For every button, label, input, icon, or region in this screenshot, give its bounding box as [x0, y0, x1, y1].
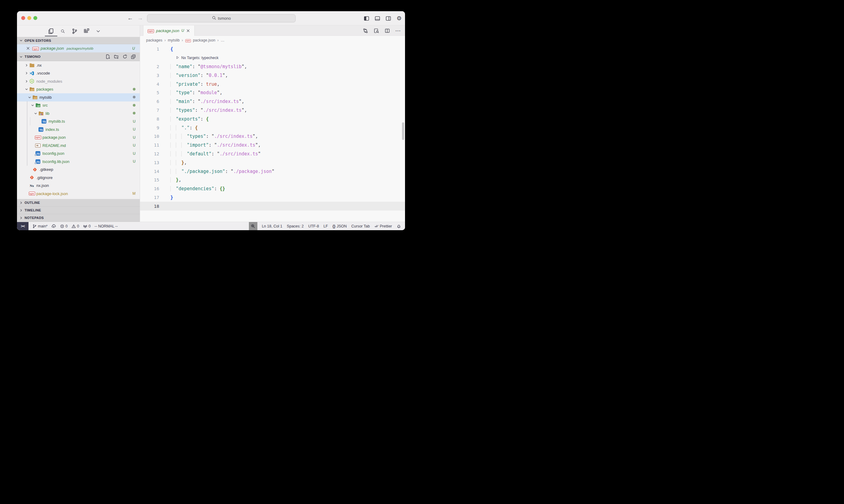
zoom-window-button[interactable]: [33, 16, 37, 20]
sidebar-section-outline[interactable]: OUTLINE: [17, 199, 140, 206]
code-line-2[interactable]: 2 "name": "@tsmono/mytslib",: [140, 62, 405, 71]
status-formatter[interactable]: Prettier: [374, 224, 392, 228]
command-center-search[interactable]: tsmono: [147, 14, 296, 22]
files-icon[interactable]: [48, 28, 54, 34]
refresh-icon[interactable]: [122, 54, 127, 59]
codelens-nx-targets[interactable]: Nx Targets: typecheck: [140, 54, 405, 62]
layout-panel-icon[interactable]: [374, 15, 380, 21]
code-line-9[interactable]: 9 ".": {: [140, 123, 405, 132]
code-line-17[interactable]: 17}: [140, 193, 405, 202]
tree-item-mytslib.ts[interactable]: TSmytslib.tsU: [17, 118, 140, 126]
status-language-mode[interactable]: {}JSON: [332, 224, 347, 228]
tree-item-node_modules[interactable]: JSnode_modules: [17, 77, 140, 85]
minimize-window-button[interactable]: [27, 16, 31, 20]
tree-item-.gitignore[interactable]: .gitignore: [17, 174, 140, 182]
split-editor-icon[interactable]: [385, 28, 390, 33]
source-control-icon[interactable]: [71, 28, 77, 34]
extensions-icon[interactable]: [83, 28, 89, 34]
npm-icon: npm: [186, 38, 191, 42]
play-outline-icon: [176, 56, 179, 60]
layout-sidebar-right-icon[interactable]: [385, 15, 391, 21]
status-vim-mode[interactable]: -- NORMAL --: [94, 224, 118, 228]
tree-item-tsconfig.lib.json[interactable]: TStsconfig.lib.jsonU: [17, 158, 140, 166]
settings-gear-icon[interactable]: ⚙: [396, 15, 402, 21]
tree-item-README.md[interactable]: M↓README.mdU: [17, 141, 140, 150]
code-line-15[interactable]: 15 },: [140, 176, 405, 184]
preview-search-icon[interactable]: [374, 28, 379, 33]
sidebar-section-notepads[interactable]: NOTEPADS: [17, 214, 140, 222]
nx-icon: Nx: [29, 184, 35, 187]
collapse-all-icon[interactable]: [131, 54, 136, 59]
code-line-3[interactable]: 3 "version": "0.0.1",: [140, 71, 405, 80]
code-editor[interactable]: 1{Nx Targets: typecheck2 "name": "@tsmon…: [140, 45, 405, 222]
code-line-14[interactable]: 14 "./package.json": "./package.json": [140, 167, 405, 176]
tree-item-tsconfig.json[interactable]: TStsconfig.jsonU: [17, 150, 140, 158]
open-editors-header[interactable]: OPEN EDITORS: [17, 37, 140, 44]
tree-item-src[interactable]: </>src: [17, 102, 140, 110]
code-line-6[interactable]: 6 "main": "./src/index.ts",: [140, 97, 405, 106]
tree-item-package.json[interactable]: npmpackage.jsonU: [17, 133, 140, 142]
git-status-badge: U: [133, 151, 140, 156]
tree-item-nx.json[interactable]: Nxnx.json: [17, 182, 140, 190]
close-icon[interactable]: [26, 46, 30, 50]
tree-item-mytslib[interactable]: mytslib: [17, 93, 140, 102]
code-line-10[interactable]: 10 "types": "./src/index.ts",: [140, 132, 405, 141]
layout-sidebar-left-icon[interactable]: [363, 15, 369, 21]
new-file-icon[interactable]: [105, 54, 110, 59]
breadcrumb-item[interactable]: npmpackage.json: [185, 38, 215, 43]
status-eol[interactable]: LF: [324, 224, 328, 228]
status-errors[interactable]: 0: [60, 224, 68, 228]
breadcrumb-item[interactable]: mytslib: [168, 38, 180, 42]
line-number: 13: [140, 160, 162, 165]
tree-item-.gitkeep[interactable]: .gitkeep: [17, 166, 140, 174]
editor-scrollbar[interactable]: [402, 122, 404, 140]
forward-arrow-icon[interactable]: →: [137, 14, 143, 22]
code-line-18[interactable]: 18: [140, 202, 405, 211]
tree-item-package-lock.json[interactable]: npmpackage-lock.jsonM: [17, 190, 140, 198]
close-window-button[interactable]: [21, 16, 25, 20]
back-arrow-icon[interactable]: ←: [127, 14, 133, 22]
chevron-right-icon: [19, 201, 23, 204]
code-line-4[interactable]: 4 "private": true,: [140, 80, 405, 88]
explorer-section-header[interactable]: TSMONO: [17, 52, 140, 61]
status-warnings[interactable]: 0: [71, 224, 79, 228]
code-line-12[interactable]: 12 "default": "./src/index.ts": [140, 150, 405, 158]
line-number: 9: [140, 125, 162, 130]
tree-item-.nx[interactable]: .nx: [17, 61, 140, 69]
status-cursor-position[interactable]: Ln 18, Col 1: [262, 224, 282, 228]
status-ports[interactable]: 0: [83, 224, 91, 228]
status-notifications[interactable]: [397, 224, 401, 228]
code-line-11[interactable]: 11 "import": "./src/index.ts",: [140, 141, 405, 150]
tree-item-lib[interactable]: lib: [17, 109, 140, 118]
more-actions-icon[interactable]: ···: [396, 28, 401, 33]
tree-item-label: README.md: [42, 143, 66, 148]
status-indentation[interactable]: Spaces: 2: [287, 224, 304, 228]
tab-dirty-badge: U: [181, 29, 184, 33]
line-number: 15: [140, 178, 162, 182]
tree-item-packages[interactable]: packages: [17, 85, 140, 94]
status-publish[interactable]: [52, 224, 56, 228]
code-line-1[interactable]: 1{: [140, 45, 405, 54]
breadcrumb-item[interactable]: packages: [146, 38, 162, 42]
code-line-7[interactable]: 7 "types": "./src/index.ts",: [140, 106, 405, 115]
tree-item-index.ts[interactable]: TSindex.tsU: [17, 125, 140, 133]
code-line-16[interactable]: 16 "dependencies": {}: [140, 184, 405, 193]
status-git-branch[interactable]: main*: [32, 224, 48, 228]
open-editor-item[interactable]: npm package.json packages/mytslib U: [17, 44, 140, 52]
tab-package-json[interactable]: npm package.json U: [143, 25, 195, 36]
status-remote-indicator[interactable]: ><: [17, 222, 29, 230]
code-line-5[interactable]: 5 "type": "module",: [140, 88, 405, 97]
status-encoding[interactable]: UTF-8: [308, 224, 319, 228]
code-line-13[interactable]: 13 },: [140, 158, 405, 167]
chevron-down-icon[interactable]: [95, 28, 101, 34]
breadcrumb-item[interactable]: …: [221, 38, 225, 42]
new-folder-icon[interactable]: [114, 54, 119, 59]
search-icon[interactable]: [60, 28, 66, 34]
compare-changes-icon[interactable]: [363, 28, 368, 33]
close-icon[interactable]: [186, 29, 190, 33]
code-line-8[interactable]: 8 "exports": {: [140, 114, 405, 123]
tree-item-.vscode[interactable]: .vscode: [17, 69, 140, 77]
sidebar-section-timeline[interactable]: TIMELINE: [17, 206, 140, 214]
status-zoom-indicator[interactable]: [249, 222, 257, 230]
status-cursor-tab[interactable]: Cursor Tab: [351, 224, 370, 228]
